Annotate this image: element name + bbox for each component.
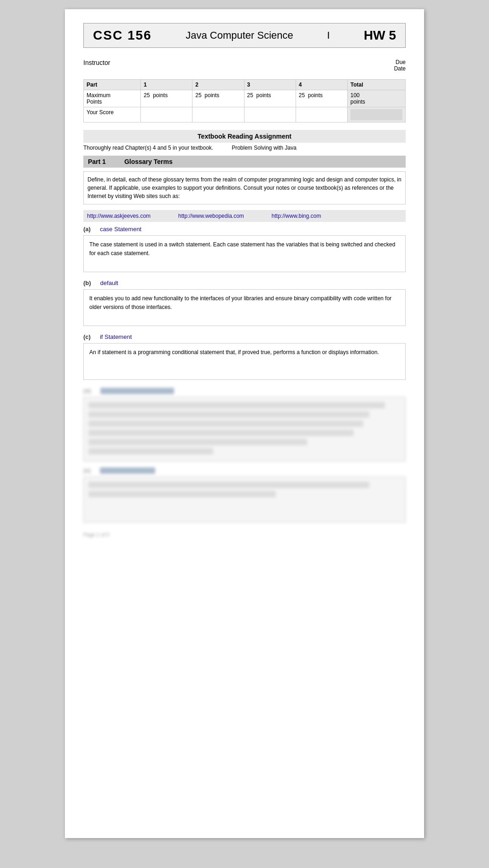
part1-number: Part 1 [88,158,106,165]
footer-page-num: Page 1 of 5 [83,532,109,537]
max-points-label: MaximumPoints [84,90,141,107]
max-part2: 25 points [192,90,244,107]
question-a-term: case Statement [100,226,141,233]
table-header-row: Part 1 2 3 4 Total [84,80,406,90]
part3-col: 3 [244,80,296,90]
score-part2 [192,107,244,122]
part1-header: Part 1 Glossary Terms [83,156,406,168]
score-part3 [244,107,296,122]
part2-col: 2 [192,80,244,90]
question-e-label: (e) [83,467,406,474]
your-score-row: Your Score [84,107,406,122]
part1-col: 1 [141,80,192,90]
question-c-term: if Statement [100,333,132,340]
question-d-letter: (d) [83,387,91,394]
page-footer: Page 1 of 5 [83,532,406,537]
question-d-answer [83,397,406,461]
textbook-section-title: Textbook Reading Assignment [83,130,406,143]
part4-col: 4 [296,80,347,90]
total-points: 100points [347,90,405,107]
course-title: Java Computer Science [186,29,293,41]
due-date-label: DueDate [394,59,406,72]
textbook-desc-right: Problem Solving with Java [232,145,297,151]
question-d-blurred: (d) [83,387,406,461]
total-col-header: Total [347,80,405,90]
links-row: http://www.askjeeves.com http://www.webo… [83,210,406,222]
question-c: (c) if Statement An if statement is a pr… [83,333,406,380]
textbook-description: Thoroughly read Chapter(s) 4 and 5 in yo… [83,145,406,151]
question-d-label: (d) [83,387,406,394]
question-a-label: (a) case Statement [83,226,406,233]
homework-number: HW 5 [364,28,396,43]
page-header: CSC 156 Java Computer Science I HW 5 [83,23,406,48]
question-b-letter: (b) [83,280,91,286]
question-e-letter: (e) [83,467,91,474]
question-b-answer: It enables you to add new functionality … [83,289,406,326]
max-part3: 25 points [244,90,296,107]
question-d-term [100,388,174,394]
question-e-blurred: (e) [83,467,406,523]
course-code: CSC 156 [93,28,152,43]
max-part1: 25 points [141,90,192,107]
course-roman: I [327,29,330,41]
link-webopedia[interactable]: http://www.webopedia.com [178,213,244,219]
question-b-label: (b) default [83,280,406,286]
question-a: (a) case Statement The case statement is… [83,226,406,272]
link-bing[interactable]: http://www.bing.com [272,213,321,219]
part1-title: Glossary Terms [124,158,173,165]
question-e-term [100,467,155,474]
page: CSC 156 Java Computer Science I HW 5 Ins… [65,9,424,838]
question-b: (b) default It enables you to add new fu… [83,280,406,326]
question-a-letter: (a) [83,226,91,233]
question-c-answer: An if statement is a programming conditi… [83,343,406,380]
part1-description: Define, in detail, each of these glossar… [83,171,406,204]
part-col-header: Part [84,80,141,90]
textbook-desc-left: Thoroughly read Chapter(s) 4 and 5 in yo… [83,145,213,151]
info-row: Instructor DueDate [83,57,406,74]
score-table: Part 1 2 3 4 Total MaximumPoints 25 poin… [83,79,406,122]
question-b-term: default [100,280,118,286]
your-score-label: Your Score [84,107,141,122]
score-part4 [296,107,347,122]
instructor-label: Instructor [83,59,110,66]
max-part4: 25 points [296,90,347,107]
question-c-letter: (c) [83,333,91,340]
question-c-label: (c) if Statement [83,333,406,340]
score-part1 [141,107,192,122]
max-points-row: MaximumPoints 25 points 25 points 25 poi… [84,90,406,107]
score-total [347,107,405,122]
question-a-answer: The case statement is used in a switch s… [83,235,406,272]
question-e-answer [83,477,406,523]
link-askjeeves[interactable]: http://www.askjeeves.com [87,213,151,219]
